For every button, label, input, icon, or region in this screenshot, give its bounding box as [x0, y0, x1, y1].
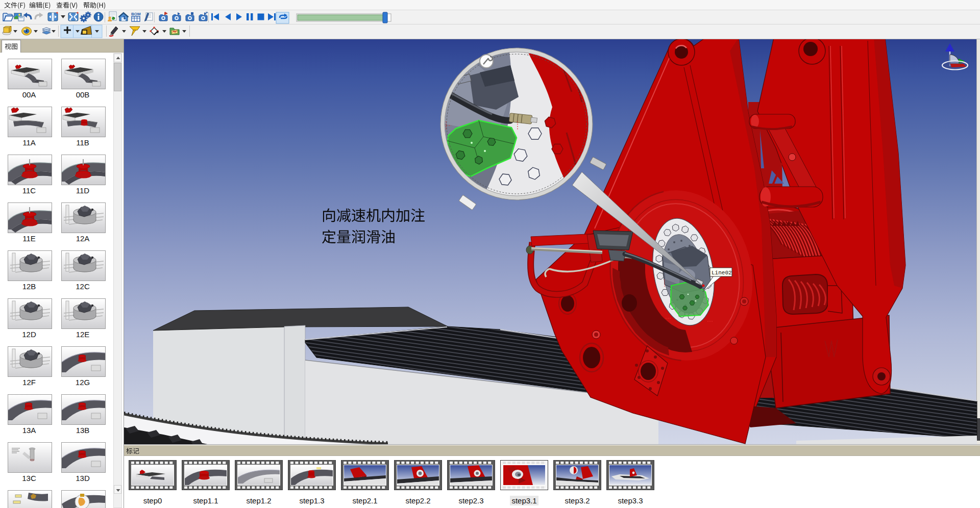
svg-text:BOM: BOM [131, 12, 141, 16]
svg-text:Line02: Line02 [712, 270, 732, 276]
